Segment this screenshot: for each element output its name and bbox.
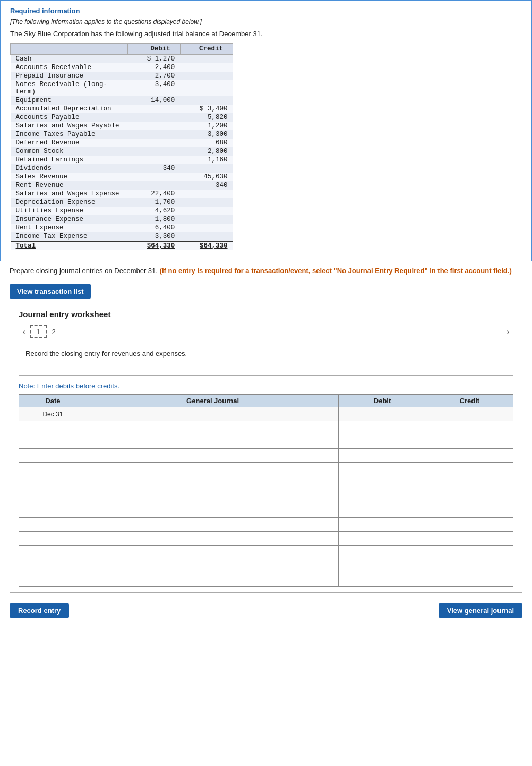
- journal-credit-cell[interactable]: [426, 435, 513, 449]
- journal-debit-cell[interactable]: [339, 573, 426, 587]
- journal-credit-input[interactable]: [426, 435, 513, 448]
- journal-debit-input[interactable]: [339, 490, 425, 504]
- next-tab-arrow[interactable]: ›: [502, 326, 513, 338]
- journal-credit-cell[interactable]: [426, 573, 513, 587]
- trial-balance-credit: [180, 215, 233, 224]
- journal-account-input[interactable]: [87, 532, 339, 545]
- journal-debit-input[interactable]: [339, 407, 425, 421]
- journal-debit-input[interactable]: [339, 449, 425, 462]
- journal-account-input[interactable]: [87, 407, 339, 421]
- journal-debit-input[interactable]: [339, 573, 425, 586]
- debit-col-header: Debit: [339, 395, 426, 407]
- journal-credit-cell[interactable]: [426, 490, 513, 504]
- journal-debit-input[interactable]: [339, 476, 425, 490]
- journal-worksheet-box: Journal entry worksheet ‹ 1 2 › Record t…: [10, 303, 522, 593]
- journal-debit-cell[interactable]: [339, 421, 426, 435]
- journal-debit-cell[interactable]: [339, 476, 426, 490]
- journal-account-input[interactable]: [87, 435, 339, 448]
- tab-2[interactable]: 2: [47, 326, 61, 337]
- journal-credit-input[interactable]: [426, 463, 513, 476]
- journal-credit-cell[interactable]: [426, 407, 513, 421]
- journal-debit-cell[interactable]: [339, 407, 426, 421]
- journal-credit-cell[interactable]: [426, 449, 513, 463]
- journal-credit-cell[interactable]: [426, 476, 513, 490]
- journal-account-input[interactable]: [87, 546, 339, 559]
- journal-account-cell[interactable]: [87, 490, 339, 504]
- journal-credit-cell[interactable]: [426, 518, 513, 532]
- journal-credit-cell[interactable]: [426, 559, 513, 573]
- journal-credit-input[interactable]: [426, 407, 513, 421]
- journal-credit-cell[interactable]: [426, 504, 513, 518]
- journal-debit-cell[interactable]: [339, 504, 426, 518]
- journal-account-input[interactable]: [87, 490, 339, 504]
- journal-debit-input[interactable]: [339, 504, 425, 517]
- journal-account-input[interactable]: [87, 559, 339, 573]
- journal-account-cell[interactable]: [87, 546, 339, 559]
- journal-account-cell[interactable]: [87, 518, 339, 532]
- journal-debit-input[interactable]: [339, 421, 425, 435]
- journal-debit-input[interactable]: [339, 546, 425, 559]
- journal-account-cell[interactable]: [87, 449, 339, 463]
- journal-credit-cell[interactable]: [426, 546, 513, 559]
- journal-account-input[interactable]: [87, 463, 339, 476]
- journal-credit-input[interactable]: [426, 518, 513, 531]
- journal-debit-input[interactable]: [339, 518, 425, 531]
- journal-credit-cell[interactable]: [426, 421, 513, 435]
- journal-debit-input[interactable]: [339, 559, 425, 573]
- journal-debit-input[interactable]: [339, 463, 425, 476]
- trial-balance-account: Insurance Expense: [11, 215, 128, 224]
- journal-account-cell[interactable]: [87, 559, 339, 573]
- journal-debit-cell[interactable]: [339, 532, 426, 546]
- trial-balance-credit: 5,820: [180, 113, 233, 122]
- journal-account-cell[interactable]: [87, 504, 339, 518]
- journal-account-cell[interactable]: [87, 476, 339, 490]
- journal-account-cell[interactable]: [87, 532, 339, 546]
- journal-account-cell[interactable]: [87, 407, 339, 421]
- journal-credit-input[interactable]: [426, 490, 513, 504]
- journal-credit-cell[interactable]: [426, 463, 513, 476]
- journal-debit-cell[interactable]: [339, 559, 426, 573]
- journal-date-cell: [19, 476, 87, 490]
- journal-credit-input[interactable]: [426, 532, 513, 545]
- journal-account-cell[interactable]: [87, 573, 339, 587]
- required-info-title: Required information: [10, 7, 522, 15]
- journal-credit-input[interactable]: [426, 573, 513, 586]
- journal-credit-input[interactable]: [426, 476, 513, 490]
- view-transaction-button[interactable]: View transaction list: [10, 284, 91, 299]
- journal-debit-cell[interactable]: [339, 449, 426, 463]
- journal-credit-input[interactable]: [426, 421, 513, 435]
- journal-credit-cell[interactable]: [426, 532, 513, 546]
- tab-1-active[interactable]: 1: [30, 325, 46, 338]
- view-general-journal-button[interactable]: View general journal: [439, 603, 522, 618]
- journal-debit-cell[interactable]: [339, 490, 426, 504]
- journal-account-input[interactable]: [87, 476, 339, 490]
- journal-entry-row: Dec 31: [19, 407, 513, 421]
- journal-account-input[interactable]: [87, 421, 339, 435]
- journal-debit-cell[interactable]: [339, 463, 426, 476]
- journal-account-input[interactable]: [87, 449, 339, 462]
- trial-balance-credit: 1,160: [180, 156, 233, 164]
- journal-debit-cell[interactable]: [339, 518, 426, 532]
- record-entry-button[interactable]: Record entry: [10, 603, 69, 618]
- journal-credit-input[interactable]: [426, 449, 513, 462]
- journal-account-cell[interactable]: [87, 421, 339, 435]
- trial-balance-debit: [127, 156, 180, 164]
- trial-balance-credit: [180, 96, 233, 105]
- journal-debit-cell[interactable]: [339, 435, 426, 449]
- journal-debit-input[interactable]: [339, 435, 425, 448]
- journal-debit-cell[interactable]: [339, 546, 426, 559]
- journal-account-input[interactable]: [87, 518, 339, 531]
- prev-tab-arrow[interactable]: ‹: [19, 326, 30, 338]
- trial-balance-account: Accumulated Depreciation: [11, 105, 128, 113]
- journal-account-input[interactable]: [87, 504, 339, 517]
- journal-date-cell: [19, 490, 87, 504]
- journal-account-input[interactable]: [87, 573, 339, 586]
- journal-debit-input[interactable]: [339, 532, 425, 545]
- journal-credit-input[interactable]: [426, 504, 513, 517]
- entry-description: Record the closing entry for revenues an…: [19, 344, 513, 376]
- journal-credit-input[interactable]: [426, 559, 513, 573]
- journal-credit-input[interactable]: [426, 546, 513, 559]
- trial-balance-credit: [180, 198, 233, 207]
- journal-account-cell[interactable]: [87, 435, 339, 449]
- journal-account-cell[interactable]: [87, 463, 339, 476]
